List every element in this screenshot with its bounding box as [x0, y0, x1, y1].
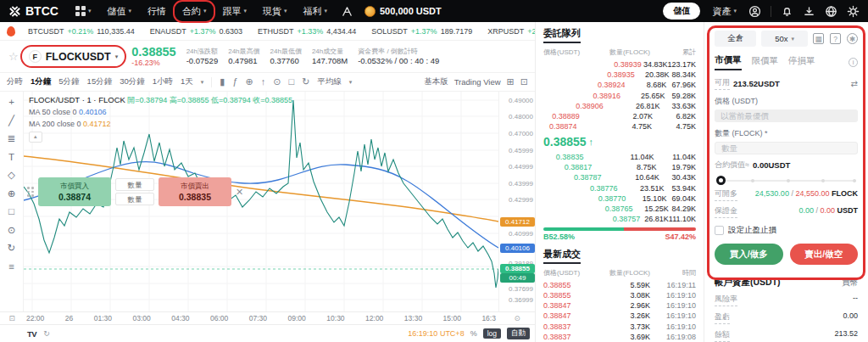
ticker-item[interactable]: SOLUSDT+1.37%189.7179	[364, 27, 480, 36]
activity-icon[interactable]	[341, 5, 353, 18]
tab-market-order[interactable]: 市價單	[715, 54, 742, 70]
shapes-tool-icon[interactable]: ◇	[8, 171, 15, 181]
timeframe-time[interactable]: 分時	[7, 76, 23, 87]
auto-scale-toggle[interactable]: 自動	[507, 328, 530, 339]
timeframe-1h[interactable]: 1小時	[153, 76, 173, 87]
trade-row[interactable]: 0.388473.26K16:19:10	[536, 311, 704, 321]
close-icon[interactable]: ✕	[236, 187, 243, 198]
ticker-item[interactable]: XRPUSDT+2.14%2.91967	[480, 27, 535, 36]
ask-row[interactable]: 0.388744.75K4.75K	[536, 121, 704, 132]
buy-crypto-link[interactable]: 買幣	[842, 278, 858, 289]
grid-layout-icon[interactable]: ⊞	[507, 77, 515, 87]
log-scale-toggle[interactable]: log	[483, 328, 501, 339]
theme-sun-icon[interactable]	[847, 5, 860, 18]
symbol-selector[interactable]: F FLOCKUSDT ▾	[29, 50, 119, 63]
ask-row[interactable]: 0.3893520.38K88.34K	[536, 70, 704, 80]
drag-handle-icon[interactable]	[27, 187, 34, 197]
price-chart[interactable]: FLOCK/USDT · 1 · FLOCK 開=0.38794 高=0.388…	[24, 92, 498, 311]
quantity-input[interactable]	[715, 142, 858, 154]
chevron-down-icon[interactable]: ▾	[201, 79, 204, 86]
refresh-icon[interactable]: ↻	[43, 329, 50, 338]
nav-item-deposit[interactable]: 儲值▾	[104, 3, 134, 20]
download-icon[interactable]	[803, 5, 815, 18]
trade-row[interactable]: 0.388373.73K16:19:10	[536, 322, 704, 332]
bid-row[interactable]: 0.3878710.64K30.43K	[536, 172, 704, 182]
fullscreen-icon[interactable]: ⊡	[520, 77, 528, 87]
bid-row[interactable]: 0.388178.75K19.79K	[536, 162, 704, 172]
timeframe-1d[interactable]: 1天	[181, 76, 193, 87]
legend-collapse-button[interactable]: ▴	[29, 132, 42, 143]
bid-row[interactable]: 0.3877015.10K69.04K	[536, 193, 704, 204]
gear-icon[interactable]: ✱	[847, 33, 858, 44]
trade-row[interactable]: 0.388472.96K16:19:10	[536, 300, 704, 311]
nav-item-copy-trading[interactable]: 跟單▾	[220, 3, 249, 20]
target-tool-icon[interactable]: ⊙	[8, 226, 16, 236]
replay-icon[interactable]: ↻	[302, 77, 309, 87]
price-axis[interactable]: 0.49000 0.48000 0.47000 0.45999 0.44999 …	[498, 92, 535, 311]
candle-style-icon[interactable]: ▮	[220, 77, 225, 87]
fib-tool-icon[interactable]: ≣	[8, 134, 16, 144]
indicators-icon[interactable]: ƒ	[232, 77, 237, 87]
rect-tool-icon[interactable]: □	[8, 207, 14, 217]
nav-item-spot[interactable]: 現貨▾	[260, 3, 290, 20]
buy-long-button[interactable]: 買入/做多	[715, 244, 783, 265]
timeframe-30m[interactable]: 30分鐘	[120, 76, 145, 87]
nav-item-rewards[interactable]: 福利▾	[300, 3, 330, 20]
assets-menu[interactable]: 資產▾	[709, 3, 739, 20]
timeframe-1m[interactable]: 1分鐘	[31, 76, 51, 87]
chart-clock[interactable]: 16:19:10 UTC+8	[408, 329, 464, 338]
measure-tool-icon[interactable]: ⊕	[8, 189, 16, 199]
layout-box-icon[interactable]: □	[288, 77, 294, 87]
crosshair-tool-icon[interactable]: +	[8, 98, 14, 108]
ticker-item[interactable]: BTCUSDT+0.21%110,335.44	[20, 27, 142, 36]
text-tool-icon[interactable]: T	[8, 153, 14, 163]
bid-row[interactable]: 0.3877623.51K53.94K	[536, 183, 704, 193]
deposit-button[interactable]: 儲值	[663, 3, 700, 20]
help-icon[interactable]: ?	[830, 33, 841, 44]
timeframe-5m[interactable]: 5分鐘	[58, 76, 79, 87]
leverage-select[interactable]: 50x▾	[761, 31, 808, 47]
notifications-bell-icon[interactable]	[781, 5, 793, 18]
bid-row[interactable]: 0.3876515.25K84.29K	[536, 204, 704, 214]
orderbook-last-price[interactable]: 0.38855↑	[536, 132, 704, 152]
axis-settings-icon[interactable]: ⊙	[498, 314, 536, 322]
tab-limit-order[interactable]: 限價單	[752, 55, 779, 70]
trendline-tool-icon[interactable]: ╱	[8, 116, 14, 126]
ask-row[interactable]: 0.388892.07K6.82K	[536, 111, 704, 121]
alert-clock-icon[interactable]: ⊙	[273, 77, 281, 87]
apps-menu[interactable]: ▾	[70, 4, 94, 18]
ask-row[interactable]: 0.389248.68K67.96K	[536, 80, 704, 90]
timeframe-15m[interactable]: 15分鐘	[87, 76, 113, 87]
trade-row[interactable]: 0.388373.69K16:19:08	[536, 332, 704, 342]
favorite-star-icon[interactable]: ☆	[8, 50, 19, 63]
ma-menu[interactable]: 平均線	[317, 76, 342, 87]
percent-scale-toggle[interactable]: %	[470, 329, 477, 338]
ticker-item[interactable]: ETHUSDT+1.33%4,434.44	[250, 27, 364, 36]
nav-item-markets[interactable]: 行情	[145, 3, 169, 20]
btcc-logo[interactable]: BTCC	[8, 4, 58, 18]
trade-row[interactable]: 0.388553.08K16:19:10	[536, 290, 704, 300]
tpsl-checkbox[interactable]	[715, 226, 724, 235]
tradingview-label[interactable]: Trading View	[454, 77, 501, 87]
ask-row[interactable]: 0.3893934.83K123.17K	[536, 59, 704, 70]
bid-row[interactable]: 0.3883511.04K11.04K	[536, 152, 704, 162]
profile-icon[interactable]	[748, 5, 761, 18]
nav-item-contracts[interactable]: 合約▾	[180, 3, 209, 20]
quantity-slider[interactable]	[716, 175, 856, 182]
ticker-item[interactable]: ENAUSDT+1.37%0.6303	[142, 27, 250, 36]
ask-row[interactable]: 0.3891625.65K59.28K	[536, 90, 704, 100]
ask-row[interactable]: 0.3890626.81K33.63K	[536, 101, 704, 111]
transfer-icon[interactable]: ⇄	[851, 79, 858, 88]
calendar-icon[interactable]: ⊡	[0, 314, 24, 322]
margin-mode-select[interactable]: 全倉	[715, 31, 756, 47]
widget-qty-input-2[interactable]	[115, 193, 154, 205]
language-globe-icon[interactable]	[825, 5, 837, 18]
tab-stop-order[interactable]: 停損單	[788, 55, 815, 70]
tradingview-logo[interactable]: TV	[27, 329, 36, 339]
calculator-icon[interactable]: ▦	[813, 33, 824, 44]
slider-knob[interactable]	[716, 176, 726, 185]
market-sell-button[interactable]: 市價賣出 0.38835	[159, 177, 231, 206]
lines-tool-icon[interactable]: ≡	[8, 262, 14, 272]
export-icon[interactable]: ↑	[261, 77, 266, 87]
bid-row[interactable]: 0.3875726.81K111.10K	[536, 214, 704, 224]
